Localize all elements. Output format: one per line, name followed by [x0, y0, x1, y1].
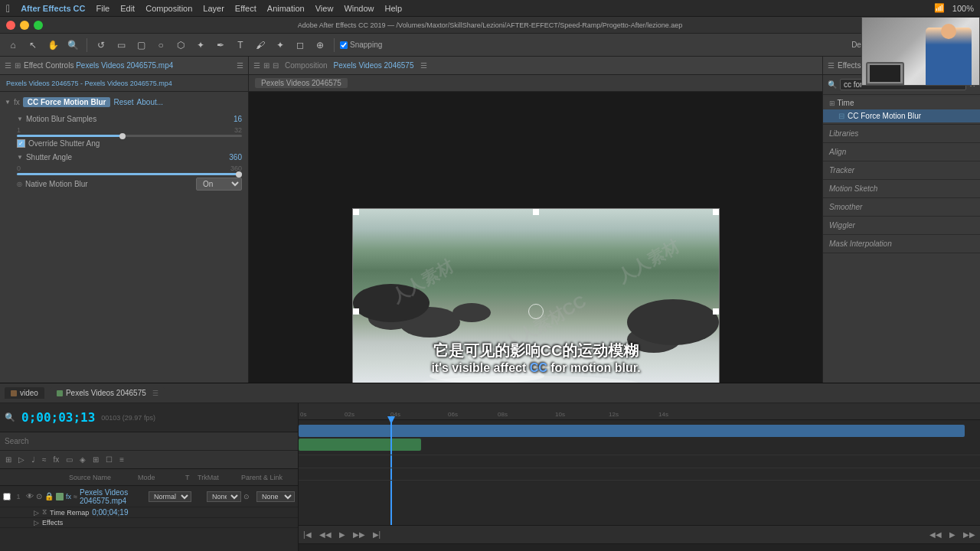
blur-samples-value[interactable]: 16	[234, 115, 242, 123]
tl-playhead[interactable]	[390, 420, 392, 525]
rock-4	[353, 284, 430, 322]
menu-window[interactable]: Window	[344, 4, 374, 13]
tl-right-play-btn[interactable]: ▶	[948, 530, 957, 539]
round-rect-tool[interactable]: ▢	[132, 37, 149, 54]
zoom-tool[interactable]: 🔍	[64, 37, 81, 54]
text-tool[interactable]: T	[232, 37, 249, 54]
tl-play-btn[interactable]: ▶	[338, 530, 347, 539]
brush-tool[interactable]: 🖌	[252, 37, 269, 54]
shutter-slider-thumb[interactable]	[236, 171, 242, 178]
effects-time-title[interactable]: ⊞ Time	[823, 96, 980, 109]
tl-render-btn[interactable]: ▷	[16, 455, 27, 465]
menu-help[interactable]: Help	[385, 4, 403, 13]
menu-layer[interactable]: Layer	[203, 4, 224, 13]
tl-3d-btn[interactable]: ⊞	[90, 455, 101, 465]
effect-controls-title: Effect Controls Pexels Videos 2046575.mp…	[24, 61, 173, 70]
tl-motion-blur-btn[interactable]: ≈	[40, 455, 49, 465]
time-remap-expand[interactable]: ▷	[34, 509, 39, 517]
tl-goto-end-btn[interactable]: ▶|	[371, 530, 383, 539]
timeline-tab-comp[interactable]: Pexels Videos 2046575 ☰	[51, 387, 165, 399]
shutter-expand[interactable]: ▼	[17, 154, 23, 161]
layer-lock-btn[interactable]: 🔒	[44, 492, 54, 500]
native-blur-select[interactable]: On Off	[196, 178, 242, 191]
home-btn[interactable]: ⌂	[5, 37, 21, 54]
tl-parent-header: Parent & Link	[241, 474, 295, 481]
comp-crosshair	[528, 304, 544, 319]
tl-guide-btn[interactable]: ☐	[103, 455, 115, 465]
menu-view[interactable]: View	[315, 4, 334, 13]
comp-tab-name[interactable]: Pexels Videos 2046575	[255, 78, 348, 88]
stamp-tool[interactable]: ✦	[272, 37, 289, 54]
menu-animation[interactable]: Animation	[267, 4, 305, 13]
puppet-tool[interactable]: ⊕	[312, 37, 328, 54]
layer-parent-select[interactable]: None	[256, 491, 295, 502]
toolbar-sep-2	[334, 38, 335, 52]
tl-new-comp-btn[interactable]: ⊞	[3, 455, 14, 465]
effect-title-row: ▼ fx CC Force Motion Blur Reset About...	[3, 95, 245, 109]
minimize-button[interactable]	[20, 21, 29, 30]
effect-about-btn[interactable]: About...	[137, 98, 163, 106]
layer-type-icon	[56, 493, 64, 500]
tl-goto-start-btn[interactable]: |◀	[302, 530, 313, 539]
effects-libraries-title[interactable]: Libraries	[823, 126, 980, 141]
effects-tracker-title[interactable]: Tracker	[823, 163, 980, 178]
blur-samples-slider[interactable]	[17, 135, 242, 137]
tl-prev-keyframe-btn[interactable]: ◀◀	[318, 530, 333, 539]
tl-quality-btn[interactable]: ◈	[77, 455, 88, 465]
menu-edit[interactable]: Edit	[120, 4, 135, 13]
star-tool[interactable]: ✦	[192, 37, 209, 54]
native-blur-expand[interactable]: ◎	[17, 181, 22, 187]
eraser-tool[interactable]: ◻	[292, 37, 309, 54]
effects-align-title[interactable]: Align	[823, 145, 980, 159]
effect-reset-btn[interactable]: Reset	[113, 98, 133, 106]
poly-tool[interactable]: ⬡	[172, 37, 189, 54]
rotate-tool[interactable]: ↺	[93, 37, 109, 54]
layer-checkbox[interactable]	[3, 493, 11, 500]
timeline-bar-green[interactable]	[299, 439, 421, 451]
effect-controls-header: ☰ ⊞ Effect Controls Pexels Videos 204657…	[0, 57, 248, 75]
effects-mask-interp-title[interactable]: Mask Interpolation	[823, 236, 980, 251]
shutter-slider[interactable]	[17, 173, 242, 175]
tl-layer-btn[interactable]: ≡	[117, 455, 126, 465]
menu-effect[interactable]: Effect	[235, 4, 256, 13]
cc-force-motion-blur-item[interactable]: ⊟ CC Force Motion Blur	[823, 109, 980, 122]
hand-tool[interactable]: ✋	[44, 37, 61, 54]
rect-tool[interactable]: ▭	[113, 37, 129, 54]
override-checkbox[interactable]: ✓	[17, 139, 25, 148]
layer-mode-select[interactable]: Normal	[149, 491, 191, 502]
snapping-checkbox[interactable]	[340, 41, 348, 49]
tl-frame-btn[interactable]: ▭	[64, 455, 75, 465]
effects-motion-sketch-title[interactable]: Motion Sketch	[823, 181, 980, 196]
pen-tool[interactable]: ✒	[212, 37, 229, 54]
tl-track-area[interactable]	[299, 420, 980, 525]
tl-search-input[interactable]	[5, 437, 293, 445]
tl-audio-btn[interactable]: ♩	[29, 455, 38, 465]
layer-solo-btn[interactable]: ⊙	[36, 492, 42, 500]
effects-expand[interactable]: ▷	[34, 519, 39, 527]
menu-file[interactable]: File	[96, 4, 109, 13]
layer-name[interactable]: Pexels Videos 2046575.mp4	[80, 488, 146, 505]
shutter-value[interactable]: 360	[229, 153, 242, 161]
title-bar: Adobe After Effects CC 2019 — /Volumes/M…	[0, 17, 980, 34]
tl-scrollbar-h[interactable]	[299, 543, 980, 551]
time-remap-value[interactable]: 0;00;04;19	[92, 508, 128, 517]
effects-wiggler-title[interactable]: Wiggler	[823, 218, 980, 233]
timeline-tab-video[interactable]: video	[5, 387, 44, 399]
close-button[interactable]	[6, 21, 15, 30]
tl-right-next-btn[interactable]: ▶▶	[962, 530, 977, 539]
layer-visibility-btn[interactable]: 👁	[26, 492, 34, 500]
tl-current-time[interactable]: 0;00;03;13	[21, 410, 95, 425]
layer-trkmat-select[interactable]: None	[207, 491, 241, 502]
select-tool[interactable]: ↖	[24, 37, 41, 54]
tl-next-keyframe-btn[interactable]: ▶▶	[351, 530, 367, 539]
tl-fx-btn[interactable]: fx	[51, 455, 62, 465]
effects-smoother-title[interactable]: Smoother	[823, 200, 980, 214]
panel-close-btn[interactable]: ☰	[237, 61, 243, 70]
blur-samples-expand[interactable]: ▼	[17, 116, 23, 122]
tl-right-prev-btn[interactable]: ◀◀	[928, 530, 943, 539]
timeline-bar-blue[interactable]	[299, 425, 965, 437]
maximize-button[interactable]	[34, 21, 43, 30]
ellipse-tool[interactable]: ○	[152, 37, 169, 54]
effect-expand[interactable]: ▼	[5, 99, 11, 106]
menu-composition[interactable]: Composition	[145, 4, 192, 13]
